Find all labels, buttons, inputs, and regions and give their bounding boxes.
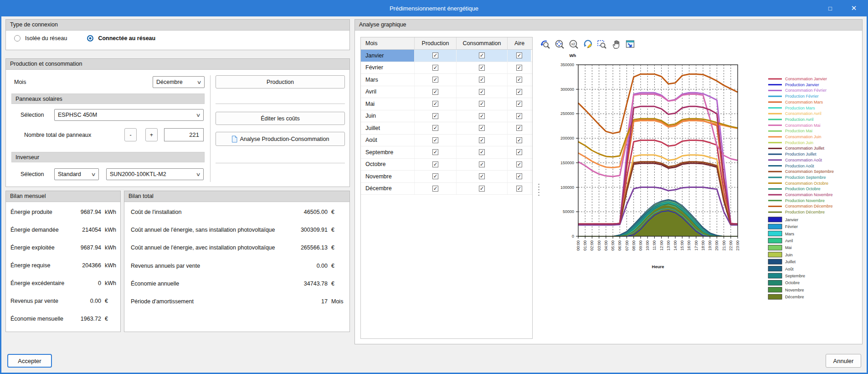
radio-isolee-label[interactable]: Isolée du réseau bbox=[25, 35, 67, 42]
month-cell[interactable]: Mai bbox=[361, 98, 415, 110]
col-header-aire[interactable]: Aire bbox=[508, 37, 531, 49]
close-button[interactable]: ✕ bbox=[843, 0, 864, 16]
title-bar[interactable]: Prédimensionnement énergétique □ ✕ bbox=[0, 0, 868, 16]
checkbox-aire-juillet[interactable]: ✓ bbox=[516, 125, 522, 131]
table-row[interactable]: Avril✓✓✓ bbox=[361, 86, 532, 99]
accept-button[interactable]: Accepter bbox=[7, 354, 52, 368]
bilan-total-group: Bilan total Coût de l'installation46505.… bbox=[124, 191, 350, 332]
legend-area-swatch bbox=[768, 259, 782, 264]
checkbox-consommation-octobre[interactable]: ✓ bbox=[479, 161, 485, 167]
month-cell[interactable]: Février bbox=[361, 62, 415, 74]
checkbox-consommation-juillet[interactable]: ✓ bbox=[479, 125, 485, 131]
bilan-row-value: 0.00 bbox=[286, 263, 328, 269]
checkbox-consommation-février[interactable]: ✓ bbox=[479, 65, 485, 71]
month-cell[interactable]: Mars bbox=[361, 74, 415, 86]
production-cell: ✓ bbox=[415, 159, 457, 171]
table-row[interactable]: Mars✓✓✓ bbox=[361, 74, 532, 86]
checkbox-aire-octobre[interactable]: ✓ bbox=[516, 161, 522, 167]
chevron-down-icon: ∨ bbox=[195, 112, 200, 118]
table-row[interactable]: Mai✓✓✓ bbox=[361, 98, 532, 110]
checkbox-aire-février[interactable]: ✓ bbox=[516, 65, 522, 71]
table-row[interactable]: Novembre✓✓✓ bbox=[361, 171, 532, 183]
table-row[interactable]: Septembre✓✓✓ bbox=[361, 146, 532, 159]
maximize-button[interactable]: □ bbox=[820, 0, 841, 16]
analyse-production-consommation-button[interactable]: Analyse Production-Consommation bbox=[216, 132, 345, 146]
legend-area-label: Mars bbox=[785, 232, 794, 236]
checkbox-production-mars[interactable]: ✓ bbox=[432, 77, 438, 83]
checkbox-production-février[interactable]: ✓ bbox=[432, 65, 438, 71]
edit-costs-button[interactable]: Éditer les coûts bbox=[216, 112, 345, 125]
mois-select[interactable]: Décembre ∨ bbox=[153, 76, 205, 88]
col-header-production[interactable]: Production bbox=[415, 37, 457, 49]
month-cell[interactable]: Novembre bbox=[361, 171, 415, 182]
splitter-handle[interactable] bbox=[538, 183, 539, 197]
month-cell[interactable]: Août bbox=[361, 135, 415, 146]
checkbox-aire-janvier[interactable]: ✓ bbox=[516, 52, 522, 58]
production-consumption-chart[interactable]: 0500001000001500002000002500003000003500… bbox=[545, 46, 862, 311]
checkbox-consommation-août[interactable]: ✓ bbox=[479, 137, 485, 143]
checkbox-aire-juin[interactable]: ✓ bbox=[516, 113, 522, 119]
month-cell[interactable]: Juillet bbox=[361, 122, 415, 134]
month-cell[interactable]: Juin bbox=[361, 110, 415, 122]
production-cell: ✓ bbox=[415, 122, 457, 134]
checkbox-consommation-juin[interactable]: ✓ bbox=[479, 113, 485, 119]
table-row[interactable]: Février✓✓✓ bbox=[361, 62, 532, 74]
radio-connectee-label[interactable]: Connectée au réseau bbox=[98, 35, 155, 42]
inverter-type-select[interactable]: Standard ∨ bbox=[54, 168, 99, 180]
month-cell[interactable]: Avril bbox=[361, 86, 415, 98]
consommation-cell: ✓ bbox=[457, 86, 508, 98]
checkbox-production-novembre[interactable]: ✓ bbox=[432, 173, 438, 179]
checkbox-consommation-avril[interactable]: ✓ bbox=[479, 89, 485, 95]
checkbox-aire-septembre[interactable]: ✓ bbox=[516, 149, 522, 155]
cancel-button[interactable]: Annuler bbox=[826, 354, 861, 368]
legend-entry-label: Production Août bbox=[785, 164, 814, 168]
month-cell[interactable]: Janvier bbox=[361, 50, 415, 62]
checkbox-production-avril[interactable]: ✓ bbox=[432, 89, 438, 95]
table-row[interactable]: Août✓✓✓ bbox=[361, 135, 532, 147]
checkbox-consommation-septembre[interactable]: ✓ bbox=[479, 149, 485, 155]
col-header-consommation[interactable]: Consommation bbox=[457, 37, 508, 49]
radio-isolee[interactable] bbox=[14, 35, 21, 42]
bilan-row-label: Coût de l'installation bbox=[131, 209, 286, 215]
checkbox-consommation-novembre[interactable]: ✓ bbox=[479, 173, 485, 179]
checkbox-production-octobre[interactable]: ✓ bbox=[432, 161, 438, 167]
col-header-mois[interactable]: Mois bbox=[361, 37, 415, 49]
checkbox-production-juillet[interactable]: ✓ bbox=[432, 125, 438, 131]
panel-count-plus-button[interactable]: + bbox=[145, 128, 158, 141]
checkbox-consommation-janvier[interactable]: ✓ bbox=[479, 52, 485, 58]
inverter-selection-label: Sélection bbox=[21, 171, 44, 177]
x-tick-label: 12:00 bbox=[659, 240, 664, 251]
checkbox-aire-avril[interactable]: ✓ bbox=[516, 89, 522, 95]
panel-count-field[interactable]: 221 bbox=[164, 128, 204, 141]
checkbox-production-juin[interactable]: ✓ bbox=[432, 113, 438, 119]
legend-area-label: Février bbox=[785, 224, 798, 229]
radio-connectee[interactable] bbox=[87, 35, 93, 42]
table-row[interactable]: Juillet✓✓✓ bbox=[361, 122, 532, 135]
chevron-down-icon: ∨ bbox=[91, 171, 96, 177]
checkbox-production-septembre[interactable]: ✓ bbox=[432, 149, 438, 155]
table-row[interactable]: Janvier✓✓✓ bbox=[361, 50, 532, 62]
bilan-row-label: Économie annuelle bbox=[131, 280, 286, 287]
checkbox-aire-décembre[interactable]: ✓ bbox=[516, 186, 522, 192]
panel-select[interactable]: ESPHSC 450M ∨ bbox=[54, 109, 204, 121]
month-cell[interactable]: Octobre bbox=[361, 159, 415, 171]
checkbox-aire-août[interactable]: ✓ bbox=[516, 137, 522, 143]
checkbox-aire-mars[interactable]: ✓ bbox=[516, 77, 522, 83]
checkbox-production-janvier[interactable]: ✓ bbox=[432, 52, 438, 58]
table-row[interactable]: Octobre✓✓✓ bbox=[361, 159, 532, 171]
checkbox-consommation-mai[interactable]: ✓ bbox=[479, 101, 485, 107]
checkbox-consommation-mars[interactable]: ✓ bbox=[479, 77, 485, 83]
table-row[interactable]: Juin✓✓✓ bbox=[361, 110, 532, 123]
checkbox-aire-novembre[interactable]: ✓ bbox=[516, 173, 522, 179]
table-row[interactable]: Décembre✓✓✓ bbox=[361, 183, 532, 195]
inverter-model-select[interactable]: SUN2000-100KTL-M2 ∨ bbox=[106, 168, 204, 180]
checkbox-production-août[interactable]: ✓ bbox=[432, 137, 438, 143]
checkbox-aire-mai[interactable]: ✓ bbox=[516, 101, 522, 107]
month-cell[interactable]: Septembre bbox=[361, 146, 415, 158]
production-button[interactable]: Production bbox=[216, 75, 345, 88]
checkbox-production-décembre[interactable]: ✓ bbox=[432, 186, 438, 192]
checkbox-production-mai[interactable]: ✓ bbox=[432, 101, 438, 107]
month-cell[interactable]: Décembre bbox=[361, 183, 415, 195]
checkbox-consommation-décembre[interactable]: ✓ bbox=[479, 186, 485, 192]
panel-count-minus-button[interactable]: - bbox=[124, 128, 137, 141]
